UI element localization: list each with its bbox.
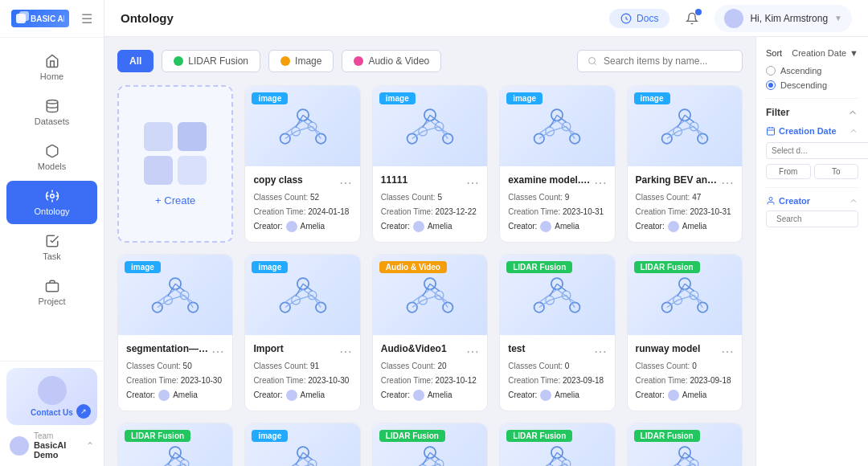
sort-value[interactable]: Creation Date ▼ bbox=[792, 48, 858, 58]
logo: BASIC AI bbox=[11, 10, 69, 27]
card-options-icon[interactable]: ⋯ bbox=[339, 175, 352, 190]
creator-row: Creator: Amelia bbox=[381, 388, 479, 403]
creator-row: Creator: Amelia bbox=[253, 388, 351, 403]
card-tag: image bbox=[634, 92, 670, 104]
creation-time-row: Creation Time: 2023-10-30 bbox=[253, 374, 351, 388]
creator-search-input[interactable] bbox=[776, 215, 868, 223]
creation-time-value: 2023-10-30 bbox=[181, 376, 222, 385]
creation-time-value: 2023-09-18 bbox=[690, 376, 731, 385]
card-tag: LIDAR Fusion bbox=[379, 430, 445, 442]
card-title: Audio&Video1 bbox=[381, 343, 447, 354]
search-box[interactable] bbox=[577, 50, 743, 72]
sidebar-item-ontology[interactable]: Ontology bbox=[6, 181, 97, 224]
sidebar-item-datasets[interactable]: Datasets bbox=[6, 91, 97, 134]
list-item[interactable]: LIDAR Fusion runway model ⋯ Classes Coun… bbox=[627, 254, 743, 411]
card-meta: Classes Count: 50 Creation Time: 2023-10… bbox=[126, 359, 224, 403]
list-item[interactable]: LIDAR Fusion Bus ⋯ bbox=[499, 423, 615, 466]
sort-label: Sort bbox=[766, 48, 782, 58]
classes-count-value: 50 bbox=[183, 362, 192, 370]
classes-count-value: 5 bbox=[437, 193, 442, 202]
notifications-button[interactable] bbox=[679, 6, 705, 31]
ontology-grid: + Create image copy class ⋯ C bbox=[117, 85, 743, 466]
audio-dot bbox=[354, 56, 363, 66]
card-body: examine model.1698... ⋯ Classes Count: 9… bbox=[500, 166, 614, 242]
filter-audio-button[interactable]: Audio & Video bbox=[342, 50, 441, 72]
svg-rect-5 bbox=[46, 283, 58, 292]
card-tag: image bbox=[506, 92, 542, 104]
list-item[interactable]: image Image ⋯ bbox=[244, 423, 360, 466]
creator-name: Amelia bbox=[682, 219, 707, 234]
card-title: segmentation—2022... bbox=[126, 343, 211, 354]
card-options-icon[interactable]: ⋯ bbox=[721, 344, 734, 359]
filter-expand-icon bbox=[847, 107, 858, 118]
list-item[interactable]: image 11111 ⋯ Classes Count: 5 Creation … bbox=[372, 85, 488, 243]
filter-all-button[interactable]: All bbox=[117, 50, 154, 72]
creator-search[interactable]: ▼ bbox=[766, 211, 858, 227]
classes-count-value: 9 bbox=[565, 193, 570, 202]
sort-descending[interactable]: Descending bbox=[766, 80, 858, 90]
contact-us-card[interactable]: Contact Us ↗ bbox=[6, 368, 97, 425]
card-header-row: Parking BEV annotati... ⋯ bbox=[636, 174, 734, 190]
list-item[interactable]: image copy class ⋯ Classes Count: 52 Cre… bbox=[244, 85, 360, 243]
card-options-icon[interactable]: ⋯ bbox=[339, 344, 352, 359]
card-thumbnail: image bbox=[245, 423, 359, 466]
svg-line-120 bbox=[158, 458, 175, 466]
card-body: Audio&Video1 ⋯ Classes Count: 20 Creatio… bbox=[373, 335, 487, 411]
list-item[interactable]: LIDAR Fusion Traffic signs ⋯ bbox=[627, 423, 743, 466]
card-options-icon[interactable]: ⋯ bbox=[594, 344, 607, 359]
card-meta: Classes Count: 0 Creation Time: 2023-09-… bbox=[508, 359, 606, 403]
radio-dot bbox=[768, 83, 773, 88]
card-meta: Classes Count: 52 Creation Time: 2024-01… bbox=[253, 190, 351, 234]
list-item[interactable]: image Import ⋯ Classes Count: 91 Creatio… bbox=[244, 254, 360, 411]
sidebar-item-task-label: Task bbox=[43, 251, 61, 261]
creator-row: Creator: Amelia bbox=[381, 219, 479, 234]
filter-lidar-button[interactable]: LIDAR Fusion bbox=[162, 50, 260, 72]
team-expand-icon[interactable]: ⌃ bbox=[86, 440, 94, 452]
docs-button[interactable]: Docs bbox=[609, 9, 669, 28]
list-item[interactable]: LIDAR Fusion Landmarks ⋯ bbox=[372, 423, 488, 466]
list-item[interactable]: image segmentation—2022... ⋯ Classes Cou… bbox=[117, 254, 233, 411]
hamburger-icon[interactable]: ☰ bbox=[81, 11, 92, 27]
creator-avatar bbox=[413, 221, 424, 232]
creation-time-value: 2024-01-18 bbox=[308, 207, 349, 216]
sidebar-item-models-label: Models bbox=[38, 161, 66, 171]
creator-filter-title: Creator bbox=[766, 196, 858, 206]
sidebar-item-home[interactable]: Home bbox=[6, 46, 97, 89]
card-thumbnail: Audio & Video bbox=[373, 255, 487, 335]
card-options-icon[interactable]: ⋯ bbox=[211, 344, 224, 359]
list-item[interactable]: LIDAR Fusion test ⋯ Classes Count: 0 Cre… bbox=[499, 254, 615, 411]
team-name: BasicAI Demo bbox=[34, 440, 86, 460]
card-options-icon[interactable]: ⋯ bbox=[466, 175, 479, 190]
card-header-row: segmentation—2022... ⋯ bbox=[126, 343, 224, 359]
card-body: Parking BEV annotati... ⋯ Classes Count:… bbox=[628, 166, 742, 242]
sidebar-item-models[interactable]: Models bbox=[6, 136, 97, 179]
classes-count-value: 0 bbox=[565, 362, 570, 370]
card-title: runway model bbox=[636, 343, 701, 354]
sidebar-item-project[interactable]: Project bbox=[6, 271, 97, 314]
main-area: Ontology Docs Hi, Kim Armstrong ▼ All bbox=[104, 0, 868, 466]
svg-point-115 bbox=[170, 447, 181, 458]
classes-count-row: Classes Count: 52 bbox=[253, 190, 351, 205]
card-meta: Classes Count: 0 Creation Time: 2023-09-… bbox=[636, 359, 734, 403]
user-menu[interactable]: Hi, Kim Armstrong ▼ bbox=[714, 5, 852, 32]
sidebar-item-task[interactable]: Task bbox=[6, 226, 97, 269]
list-item[interactable]: image Parking BEV annotati... ⋯ Classes … bbox=[627, 85, 743, 243]
search-input[interactable] bbox=[604, 55, 732, 67]
create-card[interactable]: + Create bbox=[117, 85, 233, 243]
topbar: Ontology Docs Hi, Kim Armstrong ▼ bbox=[104, 0, 868, 37]
sort-ascending[interactable]: Ascending bbox=[766, 66, 858, 76]
list-item[interactable]: image examine model.1698... ⋯ Classes Co… bbox=[499, 85, 615, 243]
filter-image-button[interactable]: Image bbox=[268, 50, 334, 72]
card-body: copy class ⋯ Classes Count: 52 Creation … bbox=[245, 166, 359, 242]
list-item[interactable]: LIDAR Fusion runway test ⋯ bbox=[117, 423, 233, 466]
card-options-icon[interactable]: ⋯ bbox=[594, 175, 607, 190]
card-thumbnail: image bbox=[245, 86, 359, 166]
sidebar-nav: Home Datasets Models Ontology Task Proje… bbox=[0, 38, 104, 361]
card-options-icon[interactable]: ⋯ bbox=[466, 344, 479, 359]
card-options-icon[interactable]: ⋯ bbox=[721, 175, 734, 190]
list-item[interactable]: Audio & Video Audio&Video1 ⋯ Classes Cou… bbox=[372, 254, 488, 411]
sort-radio-group: Ascending Descending bbox=[766, 66, 858, 90]
date-from-input[interactable] bbox=[766, 142, 868, 159]
creation-time-value: 2023-12-22 bbox=[436, 207, 477, 216]
creator-label: Creator bbox=[779, 196, 810, 206]
